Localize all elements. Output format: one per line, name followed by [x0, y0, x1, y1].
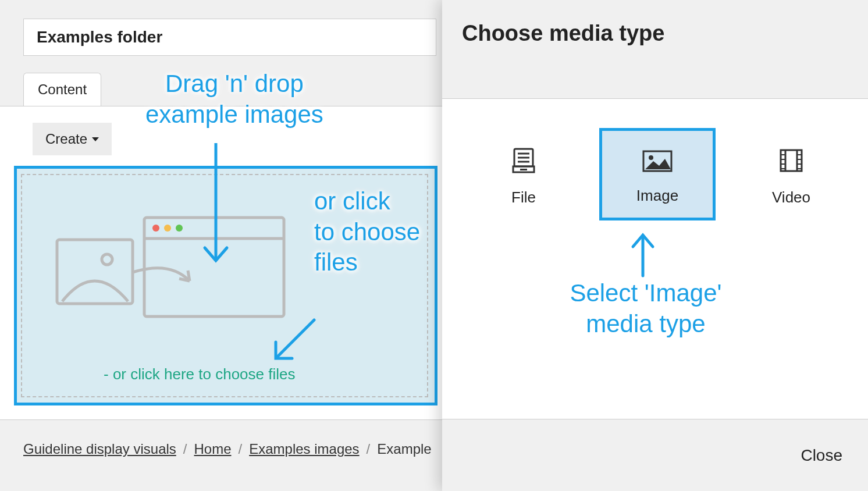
caret-down-icon	[92, 137, 99, 141]
panel-footer: Close	[442, 419, 868, 491]
media-type-image-label: Image	[636, 187, 678, 205]
media-types: File Image	[465, 128, 849, 220]
dropzone-choose-files-link[interactable]: - or click here to choose files	[104, 365, 295, 383]
upload-illustration-icon	[54, 208, 286, 325]
breadcrumb-link-2[interactable]: Home	[194, 441, 231, 457]
svg-point-1	[102, 254, 112, 265]
create-button[interactable]: Create	[33, 123, 112, 155]
breadcrumb: Guideline display visuals / Home / Examp…	[23, 441, 432, 457]
svg-rect-2	[144, 218, 284, 316]
media-type-image[interactable]: Image	[599, 128, 716, 220]
svg-rect-17	[781, 150, 802, 171]
create-label: Create	[45, 131, 87, 147]
media-type-video-label: Video	[772, 188, 810, 207]
breadcrumb-sep: /	[239, 441, 243, 457]
folder-title-input[interactable]: Examples folder	[23, 19, 436, 56]
dropzone-hint-text: - or click here to choose files	[104, 365, 295, 383]
tabs: Content	[23, 72, 101, 106]
breadcrumb-link-1[interactable]: Guideline display visuals	[23, 441, 176, 457]
breadcrumb-sep: /	[183, 441, 187, 457]
media-type-panel: Choose media type File	[442, 0, 868, 491]
media-type-file-label: File	[511, 188, 536, 207]
svg-point-4	[152, 225, 159, 232]
svg-point-5	[164, 225, 171, 232]
annotation-line: Select 'Image'	[570, 279, 721, 307]
breadcrumb-current: Example	[377, 441, 431, 457]
image-icon	[642, 150, 673, 173]
video-icon	[777, 147, 805, 175]
tab-content[interactable]: Content	[23, 73, 101, 106]
arrow-up-icon	[628, 232, 657, 278]
left-panel: Examples folder Content Create - or	[0, 0, 442, 491]
close-button[interactable]: Close	[801, 446, 842, 465]
breadcrumb-sep: /	[367, 441, 371, 457]
close-label: Close	[801, 446, 842, 464]
file-icon	[510, 147, 538, 175]
panel-title: Choose media type	[462, 21, 848, 46]
breadcrumb-link-3[interactable]: Examples images	[249, 441, 359, 457]
tab-content-label: Content	[38, 81, 87, 97]
media-type-file[interactable]: File	[465, 128, 582, 219]
folder-title-text: Examples folder	[37, 28, 162, 47]
media-type-video[interactable]: Video	[733, 128, 849, 219]
panel-header: Choose media type	[442, 0, 868, 99]
annotation-select-image: Select 'Image' media type	[535, 278, 756, 339]
svg-point-16	[649, 155, 653, 160]
annotation-line: media type	[586, 310, 705, 337]
svg-rect-14	[520, 169, 527, 170]
svg-point-6	[176, 225, 183, 232]
